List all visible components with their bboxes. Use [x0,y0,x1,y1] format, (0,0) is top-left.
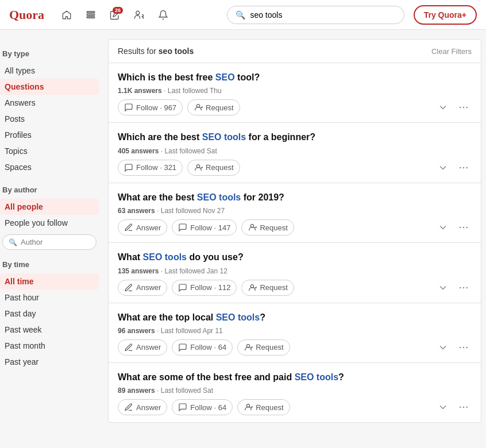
sidebar-time-item[interactable]: All time [0,273,99,289]
downvote-icon [437,342,449,353]
request-button[interactable]: Request [237,399,290,415]
sidebar-time-item[interactable]: Past year [0,354,99,370]
svg-point-5 [460,107,461,109]
svg-point-3 [136,11,140,14]
svg-point-14 [463,227,465,229]
svg-point-26 [463,407,465,408]
question-meta: 89 answers · Last followed Sat [118,387,472,395]
downvote-button[interactable] [435,280,451,296]
sidebar-type-item[interactable]: Spaces [0,159,99,175]
follow-button[interactable]: Follow · 147 [172,219,237,235]
follow-icon [178,283,187,292]
feed-button[interactable] [82,6,99,24]
request-icon [194,103,203,112]
more-options-button[interactable] [456,339,472,356]
sidebar-type-item[interactable]: Posts [0,111,99,127]
more-options-button[interactable] [456,219,472,235]
svg-rect-2 [87,17,95,18]
request-button[interactable]: Request [241,280,294,296]
search-icon: 🔍 [236,10,245,20]
request-icon [194,163,203,172]
svg-point-27 [466,407,468,408]
request-button[interactable]: Request [187,99,240,115]
request-icon [244,343,253,352]
sidebar-author-item[interactable]: All people [0,199,99,215]
answer-button[interactable]: Answer [118,219,167,235]
sidebar-author-item[interactable]: People you follow [0,215,99,231]
sidebar-time-item[interactable]: Past week [0,322,99,338]
downvote-button[interactable] [435,399,451,415]
answer-icon [124,283,133,292]
card-right-actions [435,280,472,296]
sidebar-time-item[interactable]: Past day [0,306,99,322]
more-options-button[interactable] [456,160,472,176]
downvote-button[interactable] [435,160,451,176]
follow-button[interactable]: Follow · 64 [172,399,233,415]
follow-icon [178,223,187,232]
follow-button[interactable]: Follow · 321 [118,160,183,176]
sidebar-type-item[interactable]: Topics [0,143,99,159]
time-filter-list: All timePast hourPast dayPast weekPast m… [0,273,99,370]
edit-button[interactable]: 26 [106,6,124,24]
quora-logo[interactable]: Quora [9,7,44,22]
svg-point-18 [463,287,465,288]
downvote-button[interactable] [435,339,451,356]
card-actions: AnswerFollow · 147Request [118,219,472,235]
more-options-button[interactable] [456,99,472,115]
svg-point-21 [460,347,461,349]
by-time-heading: By time [2,260,99,269]
card-right-actions [435,339,472,356]
results-prefix: Results for [118,47,156,56]
downvote-button[interactable] [435,99,451,115]
sidebar-type-item[interactable]: All types [0,63,99,79]
sidebar-type-item[interactable]: Profiles [0,127,99,143]
request-button[interactable]: Request [187,160,240,176]
question-title: What are some of the best free and paid … [118,371,472,384]
sidebar-time-item[interactable]: Past month [0,338,99,354]
more-options-button[interactable] [456,280,472,296]
type-filter-list: All typesQuestionsAnswersPostsProfilesTo… [0,63,99,175]
sidebar-time-item[interactable]: Past hour [0,289,99,306]
header: Quora 26 🔍 Try Quora+ [0,0,486,30]
more-options-button[interactable] [456,399,472,415]
search-input[interactable] [250,10,395,20]
card-actions: AnswerFollow · 112Request [118,280,472,296]
downvote-icon [437,282,449,293]
sidebar-type-item[interactable]: Answers [0,95,99,111]
follow-button[interactable]: Follow · 967 [118,99,183,115]
follow-button[interactable]: Follow · 64 [172,339,233,356]
try-quora-button[interactable]: Try Quora+ [414,5,477,25]
follow-icon [124,163,133,172]
question-meta: 1.1K answers · Last followed Thu [118,87,472,95]
downvote-button[interactable] [435,219,451,235]
more-icon [458,222,469,233]
request-button[interactable]: Request [237,339,290,356]
author-search-box: 🔍 [2,234,97,250]
request-icon [248,283,257,292]
more-icon [458,342,469,353]
downvote-icon [437,162,449,173]
question-card: Which is the best free SEO tool?1.1K ans… [108,63,481,123]
sidebar-type-item[interactable]: Questions [0,79,99,95]
svg-point-9 [460,167,461,169]
home-button[interactable] [58,6,75,24]
answer-button[interactable]: Answer [118,399,167,415]
card-right-actions [435,160,472,176]
notifications-button[interactable] [155,6,172,24]
people-button[interactable] [130,6,148,24]
follow-button[interactable]: Follow · 112 [172,280,237,296]
feed-icon [86,10,96,20]
request-icon [244,403,253,412]
author-search-input[interactable] [21,238,90,246]
author-filter-list: All peoplePeople you follow [0,199,99,231]
sidebar: By type All typesQuestionsAnswersPostsPr… [0,39,103,423]
request-button[interactable]: Request [241,219,294,235]
author-search-icon: 🔍 [9,238,17,246]
clear-filters-button[interactable]: Clear Filters [431,47,472,56]
answer-button[interactable]: Answer [118,280,167,296]
more-icon [458,162,469,173]
answer-button[interactable]: Answer [118,339,167,356]
svg-point-25 [460,407,461,408]
card-actions: Follow · 321Request [118,160,472,176]
people-icon [134,10,144,20]
